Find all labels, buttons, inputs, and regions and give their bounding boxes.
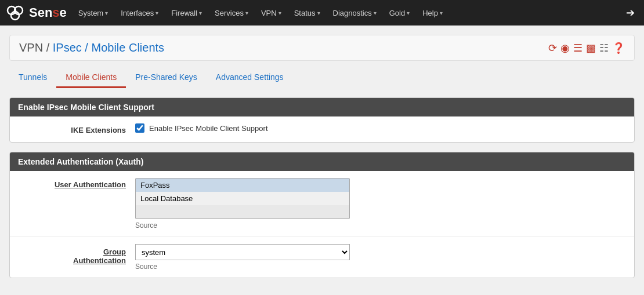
chevron-down-icon: ▾	[155, 10, 158, 16]
listbox-option-foxpass[interactable]: FoxPass	[136, 179, 349, 192]
brand: Sense	[6, 5, 67, 21]
xauth-panel-header: Extended Authentication (Xauth)	[10, 152, 634, 171]
group-auth-select[interactable]: system	[135, 244, 350, 260]
ike-panel-body: IKE Extensions Enable IPsec Mobile Clien…	[10, 116, 634, 142]
xauth-panel: Extended Authentication (Xauth) User Aut…	[9, 152, 635, 278]
breadcrumb-mobile-clients[interactable]: Mobile Clients	[92, 41, 165, 54]
refresh-icon[interactable]: ⟳	[548, 42, 557, 54]
chevron-down-icon: ▾	[199, 10, 202, 16]
breadcrumb-header: VPN / IPsec / Mobile Clients ⟳ ◉ ☰ ▩ ☷ ❓	[9, 35, 635, 61]
brand-name: Sense	[29, 5, 67, 20]
nav-menu: System ▾ Interfaces ▾ Firewall ▾ Service…	[73, 5, 623, 21]
top-navbar: Sense System ▾ Interfaces ▾ Firewall ▾ S…	[0, 0, 644, 26]
breadcrumb-actions: ⟳ ◉ ☰ ▩ ☷ ❓	[548, 42, 625, 54]
ike-extensions-label: IKE Extensions	[19, 123, 135, 134]
nav-item-status[interactable]: Status ▾	[288, 5, 326, 21]
nav-item-vpn[interactable]: VPN ▾	[255, 5, 287, 21]
brand-logo-icon	[6, 5, 27, 21]
chevron-down-icon: ▾	[374, 10, 377, 16]
chevron-down-icon: ▾	[278, 10, 281, 16]
ike-checkbox-label: Enable IPsec Mobile Client Support	[149, 124, 268, 133]
chevron-down-icon: ▾	[245, 10, 248, 16]
user-auth-hint: Source	[135, 221, 625, 230]
tab-mobile-clients[interactable]: Mobile Clients	[56, 68, 126, 88]
ike-extensions-checkbox[interactable]	[135, 123, 144, 133]
list-icon[interactable]: ☷	[599, 42, 609, 54]
chevron-down-icon: ▾	[407, 10, 410, 16]
nav-item-help[interactable]: Help ▾	[417, 5, 448, 21]
user-auth-label: User Authentication	[19, 178, 135, 189]
nav-item-firewall[interactable]: Firewall ▾	[165, 5, 208, 21]
ike-checkbox-row: Enable IPsec Mobile Client Support	[135, 123, 625, 133]
nav-item-system[interactable]: System ▾	[73, 5, 114, 21]
circle-icon[interactable]: ◉	[560, 42, 570, 54]
chart-icon[interactable]: ▩	[586, 42, 596, 54]
tab-tunnels[interactable]: Tunnels	[9, 68, 56, 88]
nav-item-diagnostics[interactable]: Diagnostics ▾	[327, 5, 382, 21]
breadcrumb-ipsec[interactable]: IPsec /	[53, 41, 92, 54]
logout-icon[interactable]: ➔	[623, 3, 638, 23]
user-auth-row: User Authentication FoxPass Local Databa…	[10, 171, 634, 237]
nav-item-gold[interactable]: Gold ▾	[383, 5, 415, 21]
user-auth-listbox[interactable]: FoxPass Local Database	[135, 178, 350, 219]
group-auth-control: system Source	[135, 244, 625, 271]
listbox-option-local-db[interactable]: Local Database	[136, 192, 349, 205]
xauth-panel-body: User Authentication FoxPass Local Databa…	[10, 171, 634, 278]
tab-pre-shared-keys[interactable]: Pre-Shared Keys	[126, 68, 207, 88]
chevron-down-icon: ▾	[440, 10, 443, 16]
group-auth-label: GroupAuthentication	[19, 244, 135, 265]
navbar-right: ➔	[623, 3, 638, 23]
chevron-down-icon: ▾	[317, 10, 320, 16]
tab-bar: Tunnels Mobile Clients Pre-Shared Keys A…	[9, 68, 635, 88]
nav-item-services[interactable]: Services ▾	[209, 5, 254, 21]
breadcrumb: VPN / IPsec / Mobile Clients	[19, 41, 164, 54]
ike-extensions-row: IKE Extensions Enable IPsec Mobile Clien…	[10, 116, 634, 142]
chevron-down-icon: ▾	[105, 10, 108, 16]
nav-item-interfaces[interactable]: Interfaces ▾	[115, 5, 164, 21]
settings-icon[interactable]: ☰	[573, 42, 583, 54]
page-container: VPN / IPsec / Mobile Clients ⟳ ◉ ☰ ▩ ☷ ❓…	[0, 26, 644, 295]
ike-panel: Enable IPsec Mobile Client Support IKE E…	[9, 97, 635, 143]
tab-advanced-settings[interactable]: Advanced Settings	[207, 68, 293, 88]
group-auth-row: GroupAuthentication system Source	[10, 237, 634, 278]
breadcrumb-vpn: VPN /	[19, 41, 53, 54]
ike-panel-header: Enable IPsec Mobile Client Support	[10, 98, 634, 116]
user-auth-control: FoxPass Local Database Source	[135, 178, 625, 230]
group-auth-hint: Source	[135, 263, 625, 271]
help-icon[interactable]: ❓	[612, 42, 625, 54]
ike-extensions-control: Enable IPsec Mobile Client Support	[135, 123, 625, 133]
